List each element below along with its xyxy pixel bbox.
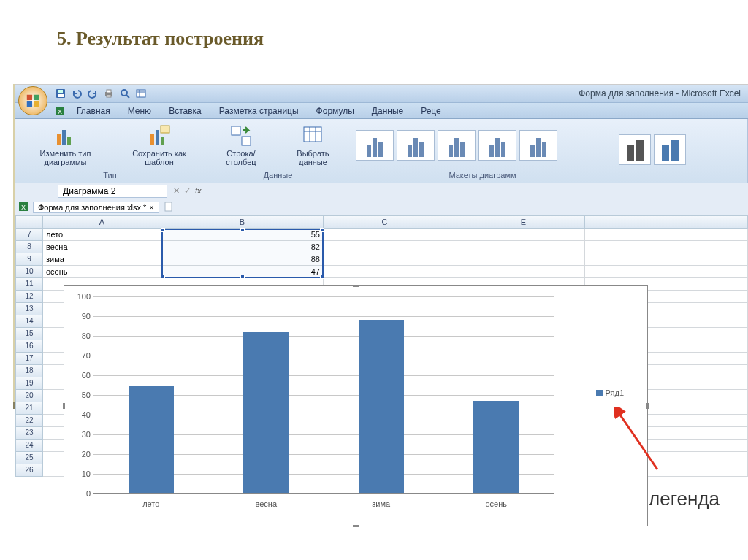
select-data-icon	[301, 124, 324, 147]
row-header[interactable]: 7	[15, 229, 43, 241]
cell[interactable]	[324, 253, 446, 266]
select-data-button[interactable]: Выбрать данные	[280, 123, 346, 168]
row-header[interactable]: 22	[15, 415, 43, 427]
row-header[interactable]: 9	[15, 253, 43, 266]
tab-review[interactable]: Реце	[412, 104, 450, 118]
cell[interactable]	[324, 241, 446, 253]
layout-thumb-2[interactable]	[397, 130, 435, 161]
tab-formulas[interactable]: Формулы	[308, 104, 363, 118]
style-thumb-1[interactable]	[619, 134, 651, 165]
switch-row-column-button[interactable]: Строка/столбец	[210, 123, 272, 168]
preview-icon[interactable]	[119, 88, 131, 99]
cell[interactable]	[446, 241, 462, 253]
chart-styles-gallery[interactable]	[619, 134, 686, 165]
select-all-corner[interactable]	[15, 215, 43, 229]
document-tab[interactable]: Форма для заполнения.xlsx * ×	[33, 202, 159, 213]
cell[interactable]	[585, 253, 748, 266]
row-header[interactable]: 15	[15, 328, 43, 340]
tab-home[interactable]: Главная	[68, 104, 119, 118]
cell[interactable]: лето	[43, 229, 161, 241]
cell[interactable]	[585, 241, 748, 253]
row-header[interactable]: 24	[15, 440, 43, 452]
row-header[interactable]: 26	[15, 464, 43, 477]
col-header-rest[interactable]	[585, 215, 748, 229]
redo-icon[interactable]	[87, 88, 99, 99]
tab-insert[interactable]: Вставка	[160, 104, 210, 118]
cell[interactable]: весна	[43, 241, 161, 253]
row-header[interactable]: 25	[15, 452, 43, 464]
cell[interactable]: 55	[161, 229, 324, 241]
cell[interactable]	[462, 253, 585, 266]
change-chart-type-button[interactable]: Изменить тип диаграммы	[20, 123, 111, 168]
style-thumb-2[interactable]	[654, 134, 686, 165]
svg-rect-2	[27, 101, 32, 107]
cell[interactable]	[585, 229, 748, 241]
fx-icon[interactable]: fx	[195, 186, 202, 196]
undo-icon[interactable]	[71, 88, 83, 99]
tab-pagelayout[interactable]: Разметка страницы	[210, 104, 308, 118]
tab-data[interactable]: Данные	[363, 104, 412, 118]
chart-bar[interactable]	[129, 386, 174, 494]
xls-tab-icon[interactable]: X	[52, 106, 68, 118]
table-icon[interactable]	[135, 88, 147, 99]
row-header[interactable]: 18	[15, 365, 43, 377]
cell[interactable]	[446, 229, 462, 241]
worksheet-grid[interactable]: A B C E 7лето558весна829зима8810осень471…	[15, 215, 748, 537]
chart-bar[interactable]	[243, 332, 289, 494]
row-header[interactable]: 19	[15, 377, 43, 390]
layout-thumb-5[interactable]	[519, 130, 557, 161]
chart-bar[interactable]	[473, 401, 519, 494]
col-header-a[interactable]: A	[43, 215, 161, 229]
cancel-formula-icon[interactable]: ✕	[173, 186, 180, 196]
layout-thumb-1[interactable]	[356, 130, 394, 161]
group-data-label: Данные	[210, 169, 346, 181]
col-header-c[interactable]: C	[324, 215, 446, 229]
office-button[interactable]	[18, 86, 47, 115]
row-header[interactable]: 10	[15, 266, 43, 278]
row-header[interactable]: 21	[15, 402, 43, 415]
chart-layouts-gallery[interactable]	[356, 130, 557, 161]
new-doc-icon[interactable]	[164, 202, 174, 213]
layout-thumb-3[interactable]	[438, 130, 476, 161]
save-icon[interactable]	[55, 88, 66, 99]
cell[interactable]: зима	[43, 253, 161, 266]
row-header[interactable]: 14	[15, 315, 43, 328]
chart-bar[interactable]	[359, 320, 404, 494]
cell[interactable]	[462, 229, 585, 241]
cell[interactable]	[324, 266, 446, 278]
svg-rect-6	[58, 90, 63, 93]
table-row: 8весна82	[15, 241, 748, 253]
row-header[interactable]: 16	[15, 340, 43, 353]
row-header[interactable]: 20	[15, 390, 43, 402]
col-header-e[interactable]: E	[462, 215, 585, 229]
cell[interactable]: 88	[161, 253, 324, 266]
cell[interactable]: 82	[161, 241, 324, 253]
col-header-b[interactable]: B	[161, 215, 324, 229]
cell[interactable]	[446, 253, 462, 266]
layout-thumb-4[interactable]	[478, 130, 516, 161]
cell[interactable]	[462, 241, 585, 253]
row-header[interactable]: 12	[15, 291, 43, 303]
close-tab-icon[interactable]: ×	[149, 203, 153, 212]
name-box[interactable]: Диаграмма 2	[58, 185, 167, 198]
cell[interactable]	[585, 266, 748, 278]
chart-plot-area[interactable]: 0102030405060708090100летовесназимаосень	[94, 296, 554, 494]
chart-legend[interactable]: Ряд1	[596, 388, 624, 397]
cell[interactable]: 47	[161, 266, 324, 278]
row-header[interactable]: 23	[15, 427, 43, 440]
quick-access-toolbar: Форма для заполнения - Microsoft Excel	[15, 85, 748, 103]
row-header[interactable]: 11	[15, 278, 43, 291]
cell[interactable]: осень	[43, 266, 161, 278]
cell[interactable]	[446, 266, 462, 278]
save-as-template-button[interactable]: Сохранить как шаблон	[118, 123, 200, 168]
tab-menu[interactable]: Меню	[119, 104, 160, 118]
row-header[interactable]: 8	[15, 241, 43, 253]
cell[interactable]	[324, 229, 446, 241]
x-axis-label: осень	[467, 499, 525, 508]
print-icon[interactable]	[103, 88, 115, 99]
embedded-chart[interactable]: 0102030405060708090100летовесназимаосень…	[64, 285, 648, 526]
row-header[interactable]: 17	[15, 353, 43, 365]
confirm-formula-icon[interactable]: ✓	[184, 186, 191, 196]
row-header[interactable]: 13	[15, 303, 43, 315]
cell[interactable]	[462, 266, 585, 278]
